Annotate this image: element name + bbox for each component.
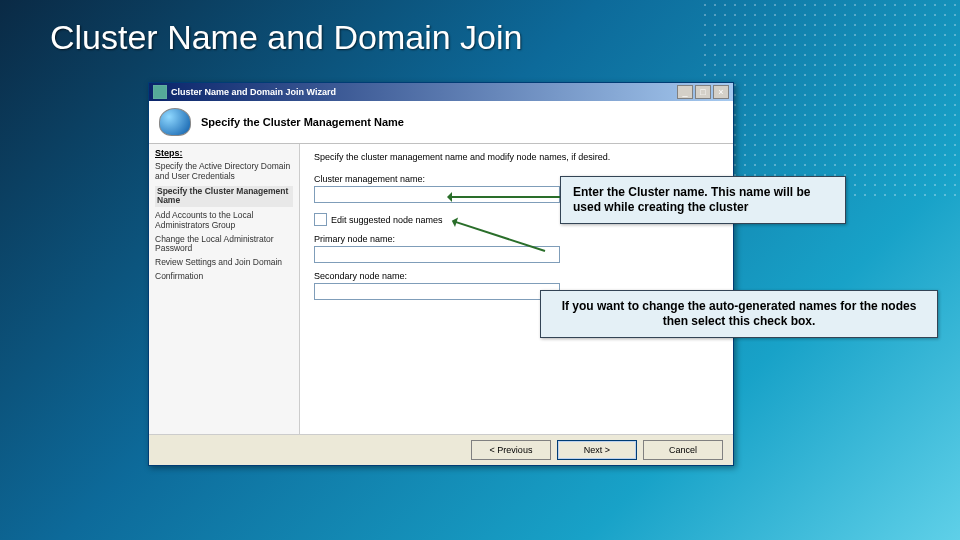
close-button[interactable]: ×: [713, 85, 729, 99]
callout-edit-nodes: If you want to change the auto-generated…: [540, 290, 938, 338]
wizard-footer: < Previous Next > Cancel: [149, 434, 733, 465]
arrow-icon: [450, 196, 560, 198]
step-item: Specify the Cluster Management Name: [155, 186, 293, 208]
cluster-mgmt-input[interactable]: [314, 186, 560, 203]
step-item: Specify the Active Directory Domain and …: [155, 162, 293, 182]
secondary-node-input[interactable]: [314, 283, 560, 300]
step-item: Add Accounts to the Local Administrators…: [155, 211, 293, 231]
edit-nodes-label: Edit suggested node names: [331, 215, 443, 225]
app-icon: [153, 85, 167, 99]
instruction-text: Specify the cluster management name and …: [314, 152, 719, 162]
titlebar: Cluster Name and Domain Join Wizard _ □ …: [149, 83, 733, 101]
wizard-header-title: Specify the Cluster Management Name: [201, 116, 404, 128]
wizard-header: Specify the Cluster Management Name: [149, 101, 733, 144]
previous-button[interactable]: < Previous: [471, 440, 551, 460]
next-button[interactable]: Next >: [557, 440, 637, 460]
step-item: Review Settings and Join Domain: [155, 258, 293, 268]
window-title: Cluster Name and Domain Join Wizard: [171, 87, 677, 97]
primary-node-input[interactable]: [314, 246, 560, 263]
decorative-dots: [700, 0, 960, 200]
edit-nodes-checkbox[interactable]: [314, 213, 327, 226]
wizard-window: Cluster Name and Domain Join Wizard _ □ …: [148, 82, 734, 466]
slide-title: Cluster Name and Domain Join: [50, 18, 522, 57]
globe-icon: [159, 108, 191, 136]
step-item: Change the Local Administrator Password: [155, 235, 293, 255]
secondary-node-label: Secondary node name:: [314, 271, 719, 281]
steps-pane: Steps: Specify the Active Directory Doma…: [149, 144, 300, 434]
cancel-button[interactable]: Cancel: [643, 440, 723, 460]
step-item: Confirmation: [155, 272, 293, 282]
maximize-button[interactable]: □: [695, 85, 711, 99]
steps-header: Steps:: [155, 148, 293, 158]
callout-cluster-name: Enter the Cluster name. This name will b…: [560, 176, 846, 224]
minimize-button[interactable]: _: [677, 85, 693, 99]
